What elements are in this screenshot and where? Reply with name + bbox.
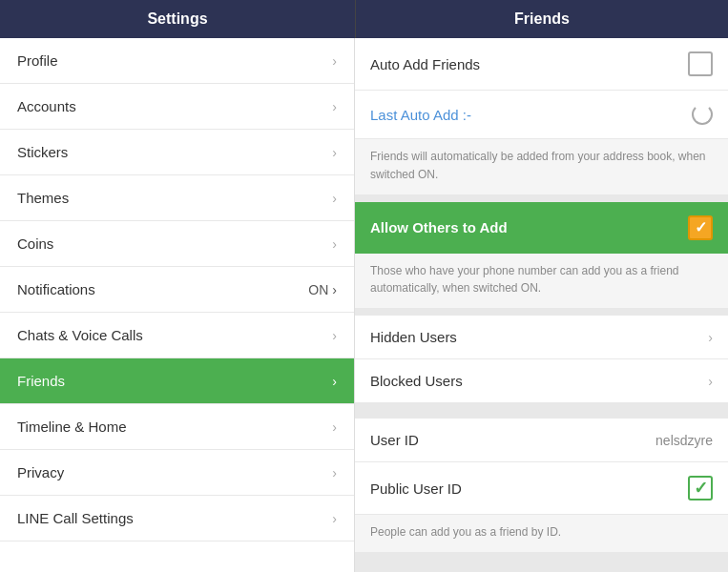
notifications-chevron-icon: › bbox=[332, 282, 337, 297]
blocked-users-row[interactable]: Blocked Users › bbox=[355, 359, 728, 403]
auto-add-section: Auto Add Friends Last Auto Add :- Friend… bbox=[355, 38, 728, 194]
sidebar-item-chats[interactable]: Chats & Voice Calls › bbox=[0, 313, 354, 358]
profile-label: Profile bbox=[17, 52, 58, 69]
notifications-label: Notifications bbox=[17, 281, 95, 297]
privacy-label: Privacy bbox=[17, 464, 64, 480]
settings-menu: Profile › Accounts › Stickers › Themes ›… bbox=[0, 38, 355, 572]
public-user-id-description: People can add you as a friend by ID. bbox=[370, 525, 561, 539]
auto-add-label: Auto Add Friends bbox=[370, 56, 480, 72]
public-user-id-checkbox[interactable] bbox=[688, 476, 713, 500]
sidebar-item-privacy[interactable]: Privacy › bbox=[0, 450, 354, 496]
friends-label: Friends bbox=[17, 373, 65, 389]
sidebar-item-accounts[interactable]: Accounts › bbox=[0, 84, 354, 130]
coins-label: Coins bbox=[17, 235, 53, 252]
privacy-chevron-icon: › bbox=[332, 465, 337, 480]
auto-add-row[interactable]: Auto Add Friends bbox=[355, 38, 728, 91]
sidebar-item-themes[interactable]: Themes › bbox=[0, 175, 354, 221]
friends-chevron-icon: › bbox=[332, 374, 337, 389]
user-id-value: nelsdzyre bbox=[655, 433, 713, 448]
timeline-chevron-icon: › bbox=[332, 419, 337, 435]
hidden-users-label: Hidden Users bbox=[370, 329, 457, 345]
notifications-badge-area: ON › bbox=[308, 282, 337, 297]
public-user-id-description-row: People can add you as a friend by ID. bbox=[355, 515, 728, 552]
themes-label: Themes bbox=[17, 190, 69, 206]
allow-others-checkbox[interactable] bbox=[688, 215, 713, 240]
allow-others-section: Allow Others to Add Those who have your … bbox=[355, 202, 728, 309]
allow-others-row[interactable]: Allow Others to Add bbox=[355, 202, 728, 254]
friends-settings-panel: Auto Add Friends Last Auto Add :- Friend… bbox=[355, 38, 728, 572]
stickers-chevron-icon: › bbox=[332, 145, 337, 160]
allow-others-description: Those who have your phone number can add… bbox=[370, 264, 679, 296]
auto-add-description: Friends will automatically be added from… bbox=[370, 150, 706, 181]
coins-chevron-icon: › bbox=[332, 236, 337, 252]
friends-title: Friends bbox=[514, 10, 570, 28]
sidebar-item-timeline[interactable]: Timeline & Home › bbox=[0, 404, 354, 450]
auto-add-checkbox[interactable] bbox=[688, 51, 713, 76]
sidebar-item-profile[interactable]: Profile › bbox=[0, 38, 354, 84]
auto-add-description-row: Friends will automatically be added from… bbox=[355, 139, 728, 194]
notifications-status: ON bbox=[308, 282, 328, 297]
themes-chevron-icon: › bbox=[332, 191, 337, 206]
last-auto-add-label: Last Auto Add :- bbox=[370, 107, 471, 123]
sidebar-item-line-call[interactable]: LINE Call Settings › bbox=[0, 496, 354, 541]
allow-others-label: Allow Others to Add bbox=[370, 219, 508, 235]
sidebar-item-coins[interactable]: Coins › bbox=[0, 221, 354, 267]
user-id-row: User ID nelsdzyre bbox=[355, 419, 728, 462]
stickers-label: Stickers bbox=[17, 144, 68, 160]
accounts-label: Accounts bbox=[17, 98, 76, 114]
public-user-id-label: Public User ID bbox=[370, 480, 462, 497]
chats-label: Chats & Voice Calls bbox=[17, 327, 143, 343]
sidebar-item-friends[interactable]: Friends › bbox=[0, 358, 354, 404]
accounts-chevron-icon: › bbox=[332, 99, 337, 114]
hidden-users-row[interactable]: Hidden Users › bbox=[355, 316, 728, 359]
sidebar-item-stickers[interactable]: Stickers › bbox=[0, 130, 354, 175]
blocked-users-chevron-icon: › bbox=[708, 374, 713, 389]
refresh-icon[interactable] bbox=[692, 104, 713, 125]
section-gap bbox=[355, 411, 728, 419]
allow-others-description-row: Those who have your phone number can add… bbox=[355, 254, 728, 309]
line-call-label: LINE Call Settings bbox=[17, 510, 134, 526]
public-user-id-row[interactable]: Public User ID bbox=[355, 462, 728, 515]
user-id-section: User ID nelsdzyre Public User ID People … bbox=[355, 419, 728, 552]
line-call-chevron-icon: › bbox=[332, 511, 337, 526]
profile-chevron-icon: › bbox=[332, 53, 337, 69]
sidebar-item-notifications[interactable]: Notifications ON › bbox=[0, 267, 354, 313]
hidden-users-chevron-icon: › bbox=[708, 330, 713, 345]
users-section: Hidden Users › Blocked Users › bbox=[355, 316, 728, 403]
timeline-label: Timeline & Home bbox=[17, 419, 126, 435]
blocked-users-label: Blocked Users bbox=[370, 373, 463, 389]
last-auto-add-row: Last Auto Add :- bbox=[355, 91, 728, 139]
settings-title: Settings bbox=[147, 10, 207, 28]
user-id-label: User ID bbox=[370, 432, 419, 448]
chats-chevron-icon: › bbox=[332, 328, 337, 343]
